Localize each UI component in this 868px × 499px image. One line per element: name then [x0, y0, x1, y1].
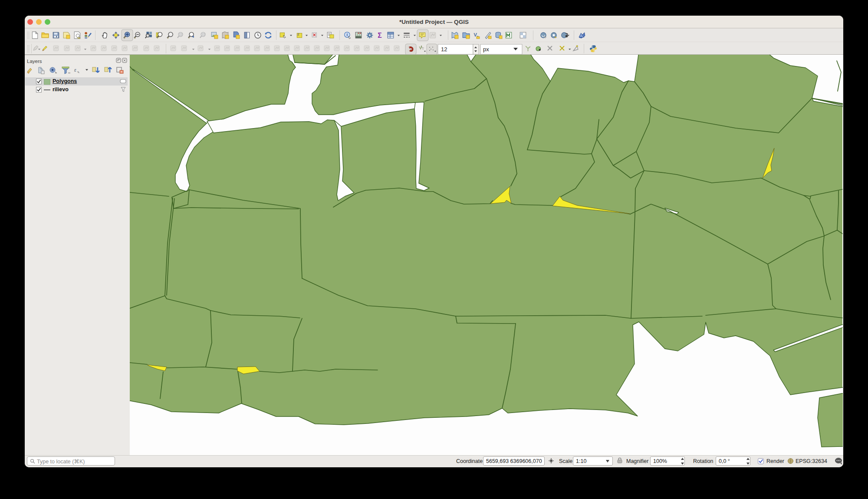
svg-text:12: 12	[441, 46, 447, 53]
svg-text:px: px	[483, 46, 489, 53]
svg-text:ε: ε	[74, 67, 76, 73]
svg-text:✎: ✎	[77, 71, 80, 74]
